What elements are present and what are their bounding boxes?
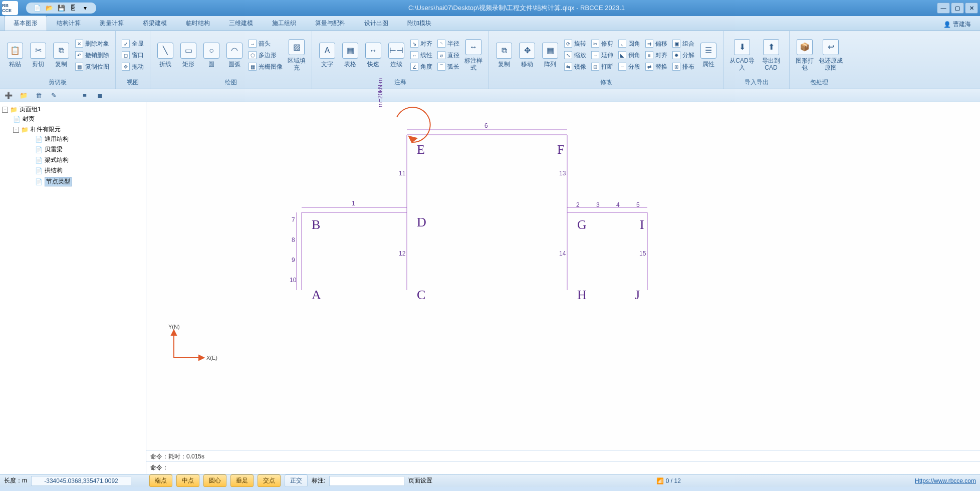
offset-button[interactable]: ⇉偏移 [643,39,669,49]
arclen-dim-button[interactable]: ⌒弧长 [435,62,461,72]
tab-construction[interactable]: 施工组织 [263,16,306,31]
tree-item-bailey[interactable]: 📄 贝雷梁 [35,145,144,154]
group-button[interactable]: ▣组合 [670,39,696,49]
raster-button[interactable]: ▦光栅图像 [247,62,285,72]
mirror-button[interactable]: ⇋镜像 [562,62,588,72]
tab-basic-graphics[interactable]: 基本图形 [4,16,47,31]
page-settings-button[interactable]: 页面设置 [408,476,432,485]
hatch-button[interactable]: ▨区域填充 [286,37,308,74]
circle-button[interactable]: ○圆 [200,41,222,70]
align-mod-button[interactable]: ≡对齐 [643,50,669,61]
snap-endpoint[interactable]: 端点 [149,474,172,487]
rotate-button[interactable]: ⟳旋转 [562,39,588,49]
restore-pack-button[interactable]: ↩包还原成原图 [817,37,845,74]
tree-item-arch[interactable]: 📄 拱结构 [35,166,144,175]
divide-button[interactable]: ┄分段 [616,62,642,72]
quick-dim-button[interactable]: ↔快速 [362,41,384,70]
arrange-button[interactable]: ⊞排布 [670,62,696,72]
export-cad-button[interactable]: ⬆导出到CAD [757,37,785,74]
tab-bridge-model[interactable]: 桥梁建模 [133,16,176,31]
delete-page-button[interactable]: 🗑 [34,91,43,100]
indent-left-button[interactable]: ≡ [80,91,89,100]
maximize-button[interactable]: ▢ [951,3,964,14]
scale-button[interactable]: ⤡缩放 [562,50,588,61]
tree-item-general[interactable]: 📄 通用结构 [35,135,144,143]
text-button[interactable]: A文字 [316,41,338,70]
delete-obj-button[interactable]: ✕删除对象 [73,39,111,49]
extend-button[interactable]: →延伸 [589,50,615,61]
copy-button[interactable]: ⧉复制 [50,41,72,70]
dim-7: 7 [292,216,295,223]
import-cad-button[interactable]: ⬇从CAD导入 [728,37,756,74]
snap-midpoint[interactable]: 中点 [176,474,199,487]
window-zoom-button[interactable]: ◻窗口 [120,50,146,61]
explode-button[interactable]: ✹分解 [670,50,696,61]
user-badge[interactable]: 👤 曹建海 [938,18,976,31]
drawing-canvas[interactable]: A B C D E F G H I J 1 2 3 4 5 6 7 8 9 10… [146,102,980,450]
indent-right-button[interactable]: ≣ [95,91,104,100]
tree-item-beam[interactable]: 📄 梁式结构 [35,156,144,164]
break-button[interactable]: ⊟打断 [589,62,615,72]
snap-intersect[interactable]: 交点 [258,474,281,487]
new-folder-button[interactable]: 📁 [19,91,28,100]
align-dim-button[interactable]: ⇘对齐 [408,39,434,49]
tab-temp-struct[interactable]: 临时结构 [176,16,219,31]
snap-perp[interactable]: 垂足 [230,474,254,487]
copy-mod-button[interactable]: ⧉复制 [493,41,515,70]
chamfer-button[interactable]: ◣倒角 [616,50,642,61]
minimize-button[interactable]: — [937,3,950,14]
array-button[interactable]: ▦阵列 [539,41,561,70]
collapse-icon[interactable]: − [13,127,19,133]
tab-structure-calc[interactable]: 结构计算 [47,16,90,31]
qat-new-icon[interactable]: 📄 [33,4,41,12]
qat-more-icon[interactable]: ▾ [81,4,89,12]
tab-design-out[interactable]: 设计出图 [355,16,398,31]
group-title-annot: 注释 [316,77,484,88]
angle-dim-button[interactable]: ∠角度 [408,62,434,72]
close-button[interactable]: ✕ [965,3,978,14]
polyline-button[interactable]: ╲折线 [154,41,176,70]
paste-button[interactable]: 📋粘贴 [4,41,26,70]
properties-button[interactable]: ☰属性 [697,41,719,70]
annot-scale-input[interactable] [329,476,404,486]
table-button[interactable]: ▦表格 [339,41,361,70]
move-button[interactable]: ✥移动 [516,41,538,70]
tab-quantity[interactable]: 算量与配料 [306,16,355,31]
linear-dim-button[interactable]: ↔线性 [408,50,434,61]
fit-all-button[interactable]: ⤢全显 [120,39,146,49]
tree-root[interactable]: −📁 页面组1 [2,105,144,114]
replace-button[interactable]: ⇄替换 [643,62,669,72]
add-page-button[interactable]: ➕ [4,91,13,100]
trim-button[interactable]: ✂修剪 [589,39,615,49]
tab-addon[interactable]: 附加模块 [398,16,441,31]
collapse-icon[interactable]: − [2,107,8,113]
tab-3d-model[interactable]: 三维建模 [219,16,263,31]
tree-group-fem[interactable]: −📁 杆件有限元 [13,125,144,134]
tab-measure-calc[interactable]: 测量计算 [90,16,133,31]
pack-button[interactable]: 📦图形打包 [794,37,816,74]
polygon-button[interactable]: ⬠多边形 [247,50,285,61]
arrow-button[interactable]: →箭头 [247,39,285,49]
qat-save-icon[interactable]: 💾 [57,4,65,12]
tree-item-nodetype[interactable]: 📄 节点类型 [35,177,144,186]
snap-center[interactable]: 圆心 [203,474,226,487]
cut-button[interactable]: ✂剪切 [27,41,49,70]
arc-button[interactable]: ◠圆弧 [223,41,246,70]
dim-style-button[interactable]: ↔标注样式 [462,37,484,74]
command-input[interactable] [171,464,976,471]
continue-dim-button[interactable]: ⊢⊣连续 [385,41,407,70]
copy-bitmap-button[interactable]: ▦复制位图 [73,62,111,72]
node-I: I [640,217,644,232]
rect-button[interactable]: ▭矩形 [177,41,199,70]
diameter-dim-button[interactable]: ⌀直径 [435,50,461,61]
tree-cover[interactable]: 📄 封页 [13,115,144,123]
undo-delete-button[interactable]: ↶撤销删除 [73,50,111,61]
qat-open-icon[interactable]: 📂 [45,4,53,12]
pan-button[interactable]: ✥拖动 [120,62,146,72]
edit-page-button[interactable]: ✎ [49,91,58,100]
fillet-button[interactable]: ◟圆角 [616,39,642,49]
radius-dim-button[interactable]: ◝半径 [435,39,461,49]
website-link[interactable]: Https://www.rbcce.com [915,477,976,484]
snap-ortho[interactable]: 正交 [285,474,308,487]
qat-saveall-icon[interactable]: 🗄 [69,4,77,12]
